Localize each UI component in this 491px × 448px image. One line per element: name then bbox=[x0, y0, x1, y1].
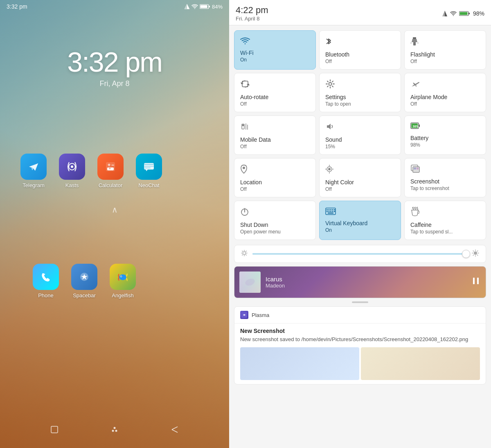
svg-rect-66 bbox=[330, 211, 331, 212]
media-pause-button[interactable] bbox=[471, 276, 481, 288]
svg-rect-60 bbox=[329, 209, 330, 210]
svg-rect-63 bbox=[334, 209, 335, 210]
bluetooth-tile-icon bbox=[325, 36, 395, 49]
brightness-thumb[interactable] bbox=[462, 250, 470, 258]
nav-back[interactable] bbox=[47, 422, 62, 440]
qs-tile-wifi[interactable]: Wi-Fi On bbox=[234, 30, 316, 70]
keyboard-tile-name: Virtual Keyboard bbox=[325, 220, 395, 226]
wifi-tile-name: Wi-Fi bbox=[240, 50, 310, 56]
qs-header: 4:22 pm Fri. April 8 98% bbox=[229, 0, 491, 25]
qs-tile-bluetooth[interactable]: Bluetooth Off bbox=[319, 30, 401, 70]
app-spacebar[interactable]: Spacebar bbox=[71, 264, 97, 299]
phone-label: Phone bbox=[38, 292, 54, 299]
telegram-icon bbox=[20, 154, 47, 180]
notif-title: New Screenshot bbox=[240, 328, 480, 334]
qs-time: 4:22 pm bbox=[236, 5, 268, 16]
svg-rect-22 bbox=[51, 426, 58, 433]
qs-tiles-grid: Wi-Fi On Bluetooth Off bbox=[229, 25, 491, 245]
svg-point-73 bbox=[244, 277, 256, 287]
media-title: Icarus bbox=[266, 276, 466, 283]
app-telegram[interactable]: Telegram bbox=[20, 154, 47, 188]
brightness-slider[interactable] bbox=[252, 253, 467, 255]
app-kasts[interactable]: Kasts bbox=[59, 154, 85, 188]
bottom-app-grid: Phone Spacebar bbox=[0, 264, 229, 299]
svg-rect-64 bbox=[327, 211, 328, 212]
svg-rect-32 bbox=[459, 12, 467, 15]
svg-rect-31 bbox=[468, 13, 470, 14]
qs-battery-pct: 98% bbox=[473, 10, 484, 17]
nav-recents[interactable] bbox=[167, 422, 182, 440]
qs-tile-virtualkeyboard[interactable]: Virtual Keyboard On bbox=[319, 201, 401, 240]
qs-tile-airplane[interactable]: Airplane Mode Off bbox=[404, 73, 486, 112]
location-tile-name: Location bbox=[240, 179, 310, 186]
qs-tile-sound[interactable]: Sound 15% bbox=[319, 115, 401, 155]
signal-icon bbox=[184, 4, 190, 9]
svg-text:−: − bbox=[111, 162, 114, 168]
notif-thumb-2 bbox=[361, 347, 480, 380]
svg-rect-38 bbox=[242, 81, 248, 87]
calculator-icon: + − = bbox=[97, 154, 124, 180]
svg-rect-54 bbox=[414, 167, 416, 170]
qs-tile-mobiledata[interactable]: Mobile Data Off bbox=[234, 115, 316, 155]
qs-tile-settings[interactable]: Settings Tap to open bbox=[319, 73, 401, 112]
status-time-left: 3:32 pm bbox=[7, 3, 27, 10]
wifi-status-icon bbox=[191, 4, 198, 9]
qs-tile-shutdown[interactable]: Shut Down Open power menu bbox=[234, 201, 316, 240]
qs-tile-location[interactable]: Location Off bbox=[234, 158, 316, 197]
app-neochat[interactable]: NeoChat bbox=[136, 154, 162, 188]
battery-tile-name: Battery bbox=[410, 135, 480, 141]
airplane-tile-status: Off bbox=[410, 101, 480, 107]
spacebar-label: Spacebar bbox=[73, 292, 96, 299]
battery-tile-status: 98% bbox=[410, 142, 480, 148]
phone-icon bbox=[33, 264, 59, 290]
qs-date: Fri. April 8 bbox=[236, 16, 268, 22]
settings-tile-name: Settings bbox=[325, 94, 395, 100]
svg-text:=: = bbox=[109, 167, 111, 170]
svg-rect-14 bbox=[144, 164, 154, 165]
svg-text:98%: 98% bbox=[413, 125, 419, 128]
svg-point-50 bbox=[328, 168, 331, 170]
svg-point-39 bbox=[329, 83, 332, 86]
battery-icon-left bbox=[200, 4, 210, 9]
svg-point-21 bbox=[121, 276, 122, 277]
kasts-icon bbox=[59, 154, 85, 180]
app-calculator[interactable]: + − = Calculator bbox=[97, 154, 124, 188]
autorotate-tile-icon bbox=[240, 79, 310, 91]
brightness-low-icon bbox=[241, 250, 248, 258]
flashlight-tile-status: Off bbox=[410, 59, 480, 64]
plasma-app-icon bbox=[240, 311, 248, 319]
nav-home[interactable] bbox=[107, 422, 122, 440]
flashlight-tile-name: Flashlight bbox=[410, 51, 480, 58]
svg-rect-67 bbox=[332, 211, 333, 212]
angelfish-label: Angelfish bbox=[112, 292, 133, 299]
notif-body: New Screenshot New screenshot saved to /… bbox=[234, 324, 486, 384]
brightness-control[interactable] bbox=[234, 245, 486, 263]
angelfish-icon bbox=[110, 264, 136, 290]
svg-point-25 bbox=[115, 430, 117, 432]
app-angelfish[interactable]: Angelfish bbox=[110, 264, 136, 299]
qs-tile-screenshot[interactable]: Screenshot Tap to screenshot bbox=[404, 158, 486, 197]
bluetooth-tile-name: Bluetooth bbox=[325, 51, 395, 58]
svg-rect-72 bbox=[239, 272, 261, 293]
app-phone[interactable]: Phone bbox=[33, 264, 59, 299]
svg-point-23 bbox=[113, 427, 115, 429]
sound-tile-status: 15% bbox=[325, 144, 395, 149]
airplane-tile-name: Airplane Mode bbox=[410, 94, 480, 100]
status-icons-left: 84% bbox=[184, 4, 223, 10]
airplane-tile-icon bbox=[410, 79, 480, 91]
up-arrow[interactable]: ∧ bbox=[0, 205, 229, 215]
screenshot-tile-name: Screenshot bbox=[410, 178, 480, 185]
keyboard-tile-status: On bbox=[325, 227, 395, 233]
svg-rect-55 bbox=[417, 167, 419, 170]
qs-tile-flashlight[interactable]: Flashlight Off bbox=[404, 30, 486, 70]
screenshot-tile-icon bbox=[410, 164, 480, 176]
qs-tile-battery[interactable]: 98% Battery 98% bbox=[404, 115, 486, 155]
qs-tile-nightcolor[interactable]: Night Color Off bbox=[319, 158, 401, 197]
location-tile-status: Off bbox=[240, 186, 310, 192]
svg-rect-15 bbox=[144, 166, 154, 167]
qs-tile-autorotate[interactable]: Auto-rotate Off bbox=[234, 73, 316, 112]
shutdown-tile-name: Shut Down bbox=[240, 222, 310, 228]
qs-tile-caffeine[interactable]: Caffeine Tap to suspend sl... bbox=[404, 201, 486, 240]
flashlight-tile-icon bbox=[410, 36, 480, 49]
svg-point-19 bbox=[119, 274, 126, 280]
